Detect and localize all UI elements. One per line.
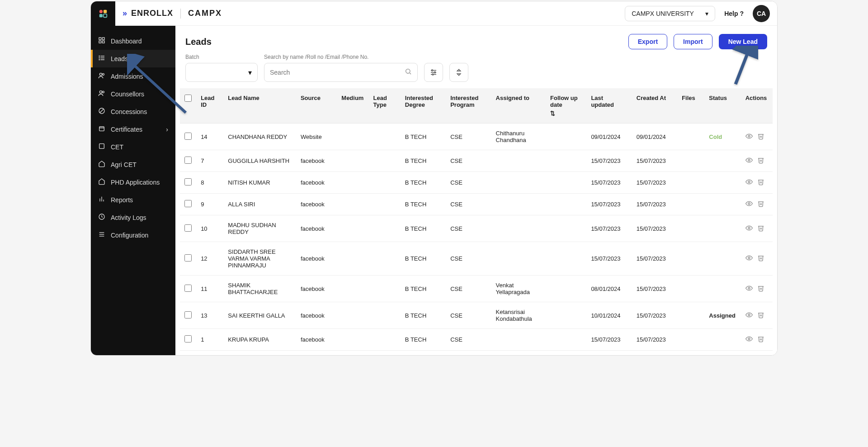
app-launcher-icon[interactable]	[91, 1, 115, 26]
svg-point-36	[434, 72, 436, 73]
list-icon	[98, 54, 105, 63]
cell-lead-id: 7	[196, 150, 223, 172]
view-icon[interactable]	[745, 178, 753, 187]
sidebar-item-concessions[interactable]: Concessions	[91, 103, 175, 120]
sidebar-item-cet[interactable]: CET	[91, 138, 175, 156]
row-checkbox[interactable]	[184, 157, 192, 164]
cell-assigned: Ketansrisai Kondabathula	[491, 302, 546, 329]
row-checkbox[interactable]	[184, 200, 192, 207]
cell-lead-name: MADHU SUDHAN REDDY	[223, 215, 296, 242]
square-icon	[98, 143, 105, 151]
row-checkbox[interactable]	[184, 224, 192, 232]
column-header[interactable]: Follow up date⇅	[546, 88, 586, 124]
select-all-checkbox[interactable]	[184, 95, 192, 102]
university-select[interactable]: CAMPX UNIVERSITY ▾	[625, 6, 715, 21]
column-header[interactable]: Source	[296, 88, 337, 124]
cell-lead-type	[369, 302, 401, 329]
batch-select[interactable]: ▾	[185, 63, 258, 82]
svg-rect-22	[99, 144, 104, 149]
sidebar-item-agri-cet[interactable]: Agri CET	[91, 156, 175, 173]
row-checkbox[interactable]	[184, 285, 192, 292]
column-header[interactable]: Lead Name	[223, 88, 296, 124]
svg-point-38	[748, 135, 750, 137]
delete-icon[interactable]	[757, 285, 764, 293]
help-link[interactable]: Help ?	[724, 10, 744, 17]
import-button[interactable]: Import	[674, 34, 712, 49]
row-checkbox[interactable]	[184, 254, 192, 262]
sort-button[interactable]	[449, 63, 468, 82]
column-header[interactable]	[180, 88, 196, 124]
row-checkbox[interactable]	[184, 178, 192, 185]
cell-assigned	[491, 215, 546, 242]
export-button[interactable]: Export	[628, 34, 667, 49]
delete-icon[interactable]	[757, 311, 764, 320]
row-checkbox[interactable]	[184, 335, 192, 342]
cell-files	[677, 276, 704, 302]
svg-point-17	[102, 91, 104, 93]
delete-icon[interactable]	[757, 254, 764, 263]
view-icon[interactable]	[745, 200, 753, 209]
cell-status	[704, 329, 741, 351]
avatar[interactable]: CA	[753, 5, 770, 22]
cell-status	[704, 215, 741, 242]
cell-degree: B TECH	[401, 194, 446, 215]
column-header[interactable]: Lead ID	[196, 88, 223, 124]
cell-follow	[546, 150, 586, 172]
sidebar-item-leads[interactable]: Leads	[91, 50, 175, 67]
view-icon[interactable]	[745, 157, 753, 165]
sidebar-item-label: PHD Applications	[111, 179, 160, 186]
table-row: 11 SHAMIK BHATTACHARJEE facebook B TECH …	[180, 276, 773, 302]
table-row: 7 GUGGILLA HARSHITH facebook B TECH CSE …	[180, 150, 773, 172]
column-header[interactable]: Interested Program	[446, 88, 491, 124]
chevron-right-icon: ›	[166, 126, 168, 133]
cell-lead-id: 8	[196, 172, 223, 194]
column-header[interactable]: Actions	[741, 88, 773, 124]
delete-icon[interactable]	[757, 178, 764, 187]
delete-icon[interactable]	[757, 224, 764, 233]
column-header[interactable]: Files	[677, 88, 704, 124]
svg-point-0	[99, 10, 103, 13]
svg-rect-4	[99, 38, 101, 40]
view-icon[interactable]	[745, 335, 753, 344]
view-icon[interactable]	[745, 224, 753, 233]
search-input[interactable]	[270, 69, 412, 76]
view-icon[interactable]	[745, 133, 753, 141]
cell-source: Website	[296, 124, 337, 150]
sidebar-item-label: Leads	[111, 55, 128, 62]
column-header[interactable]: Interested Degree	[401, 88, 446, 124]
filter-settings-button[interactable]	[424, 63, 443, 82]
sidebar-item-certificates[interactable]: Certificates›	[91, 120, 175, 138]
column-header[interactable]: Lead Type	[369, 88, 401, 124]
delete-icon[interactable]	[757, 133, 764, 141]
row-checkbox[interactable]	[184, 133, 192, 140]
column-header[interactable]: Assigned to	[491, 88, 546, 124]
svg-point-40	[748, 181, 750, 183]
column-header[interactable]: Status	[704, 88, 741, 124]
svg-point-41	[748, 203, 750, 204]
column-header[interactable]: Created At	[632, 88, 677, 124]
sidebar-item-configuration[interactable]: Configuration	[91, 226, 175, 244]
slash-icon	[98, 107, 105, 116]
sidebar-item-counsellors[interactable]: Counsellors	[91, 85, 175, 103]
delete-icon[interactable]	[757, 200, 764, 209]
sidebar-item-dashboard[interactable]: Dashboard	[91, 32, 175, 50]
view-icon[interactable]	[745, 311, 753, 320]
view-icon[interactable]	[745, 254, 753, 263]
svg-rect-2	[99, 14, 103, 17]
delete-icon[interactable]	[757, 157, 764, 165]
sidebar-item-phd-applications[interactable]: PHD Applications	[91, 173, 175, 191]
cell-lead-type	[369, 194, 401, 215]
svg-rect-7	[102, 41, 104, 43]
column-header[interactable]: Last updated	[586, 88, 632, 124]
cell-updated: 15/07/2023	[586, 194, 632, 215]
row-checkbox[interactable]	[184, 311, 192, 319]
delete-icon[interactable]	[757, 335, 764, 344]
sidebar-item-activity-logs[interactable]: Activity Logs	[91, 209, 175, 226]
new-lead-button[interactable]: New Lead	[719, 34, 767, 49]
sidebar-item-reports[interactable]: Reports	[91, 191, 175, 209]
sidebar-item-admissions[interactable]: Admissions	[91, 67, 175, 85]
column-header[interactable]: Medium	[337, 88, 368, 124]
view-icon[interactable]	[745, 285, 753, 293]
cell-created: 15/07/2023	[632, 242, 677, 276]
table-row: 8 NITISH KUMAR facebook B TECH CSE 15/07…	[180, 172, 773, 194]
